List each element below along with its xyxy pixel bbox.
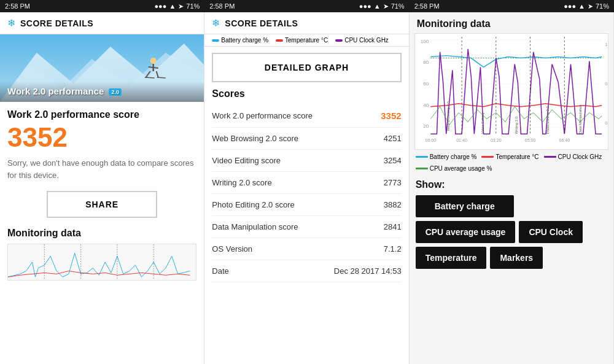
battery-2: 71%	[391, 2, 405, 10]
show-btn-temperature[interactable]: Temperature	[416, 247, 487, 269]
score-row-value: 3882	[377, 200, 402, 209]
score-row: Web Browsing 2.0 score4251	[212, 128, 401, 150]
score-row: DateDec 28 2017 14:53	[212, 260, 401, 282]
share-button[interactable]: SHARE	[47, 191, 157, 218]
hero-overlay: Work 2.0 performance 2.0	[0, 81, 204, 102]
chart-legend-battery-label: Battery charge %	[430, 153, 477, 160]
svg-text:60: 60	[423, 81, 429, 87]
chart-legend-temp-label: Temperature °C	[495, 153, 538, 160]
panel-1: ❄ SCORE DETAILS	[0, 12, 204, 364]
score-row-label: Photo Editing 2.0 score	[212, 200, 369, 209]
monitoring-title: Monitoring data	[417, 18, 606, 29]
chart-legend-row: Battery charge % Temperature °C CPU Cloc…	[410, 150, 613, 176]
temperature-dot	[276, 39, 283, 42]
score-label: Work 2.0 performance score	[7, 109, 196, 120]
score-row-label: OS Version	[212, 244, 369, 254]
legend-battery-charge: Battery charge %	[212, 37, 268, 44]
monitoring-label-p1: Monitoring data	[7, 228, 196, 239]
time-2: 2:58 PM	[209, 2, 235, 10]
chart-legend-cpu-clock: CPU Clock GHz	[544, 153, 602, 160]
score-row-value: 3254	[377, 156, 402, 165]
score-row-value: 7.1.2	[377, 244, 402, 254]
wifi-icon-2: ▲	[374, 2, 381, 10]
panel-3: Monitoring data 100 80 60 40 20 1.2GHz 0…	[410, 12, 614, 364]
chart-legend-battery: Battery charge %	[416, 153, 477, 160]
svg-text:06:40: 06:40	[559, 138, 570, 142]
time-1: 2:58 PM	[5, 2, 30, 10]
score-row-label: Date	[212, 266, 326, 276]
signal-icon-3: ●●●	[564, 2, 576, 10]
detailed-graph-button[interactable]: DETAILED GRAPH	[212, 53, 401, 82]
nav-icon-2: ➤	[383, 2, 389, 10]
signal-icon-1: ●●●	[154, 2, 166, 10]
scores-list: Work 2.0 performance score3352Web Browsi…	[212, 104, 401, 282]
svg-text:Video Editing: Video Editing	[480, 112, 484, 134]
hero-badge: 2.0	[109, 88, 122, 96]
cpu-clock-dot	[335, 39, 343, 42]
hero-image: Work 2.0 performance 2.0	[0, 34, 204, 102]
main-panels: ❄ SCORE DETAILS	[0, 12, 614, 364]
panel-1-title: SCORE DETAILS	[20, 18, 93, 28]
score-row-value: 3352	[377, 110, 402, 121]
status-bar-3: 2:58 PM ●●● ▲ ➤ 71%	[410, 0, 614, 12]
svg-text:Photo Editing 2.0: Photo Editing 2.0	[546, 106, 550, 134]
show-section: Show: Battery chargeCPU average usageCPU…	[410, 176, 613, 273]
chart-legend-cpu-avg-color	[416, 168, 428, 169]
panel-2-header: ❄ SCORE DETAILS	[204, 12, 408, 34]
score-row: Writing 2.0 score2773	[212, 172, 401, 194]
scores-section: Scores Work 2.0 performance score3352Web…	[204, 88, 408, 364]
svg-text:80: 80	[423, 60, 429, 66]
compare-text: Sorry, we don't have enough data to comp…	[7, 157, 196, 181]
show-buttons: Battery chargeCPU average usageCPU Clock…	[416, 195, 607, 269]
hero-title: Work 2.0 performance 2.0	[7, 86, 122, 96]
svg-text:Data Manipulation: Data Manipulation	[578, 104, 581, 134]
svg-line-9	[157, 77, 166, 78]
chart-legend-cpu-avg: CPU average usage %	[416, 165, 492, 172]
svg-text:0.8GHz: 0.8GHz	[605, 82, 608, 86]
scores-heading: Scores	[212, 88, 401, 99]
score-row-label: Writing 2.0 score	[212, 178, 369, 187]
chart-legend-cpu-avg-label: CPU average usage %	[430, 165, 492, 172]
show-btn-battery-charge[interactable]: Battery charge	[416, 195, 514, 217]
score-row-label: Video Editing score	[212, 156, 369, 165]
show-btn-cpu-clock[interactable]: CPU Clock	[519, 221, 583, 243]
panel-3-header: Monitoring data	[410, 12, 613, 33]
main-chart: 100 80 60 40 20 1.2GHz 0.8GHz 0.4GHz	[414, 33, 608, 150]
temperature-label: Temperature °C	[285, 37, 328, 44]
battery-3: 71%	[596, 2, 609, 10]
svg-text:00:00: 00:00	[425, 138, 436, 142]
score-row: Video Editing score3254	[212, 150, 401, 172]
mini-chart	[7, 244, 196, 281]
show-label: Show:	[416, 179, 607, 190]
score-row: Data Manipulation score2841	[212, 216, 401, 238]
score-row-label: Data Manipulation score	[212, 222, 369, 231]
status-bars: 2:58 PM ●●● ▲ ➤ 71% 2:58 PM ●●● ▲ ➤ 71% …	[0, 0, 614, 12]
show-btn-markers[interactable]: Markers	[490, 247, 543, 269]
show-btn-cpu-average-usage[interactable]: CPU average usage	[416, 221, 516, 243]
panel-1-content: Work 2.0 performance score 3352 Sorry, w…	[0, 102, 204, 364]
svg-text:03:20: 03:20	[491, 138, 502, 142]
svg-text:100: 100	[420, 39, 429, 44]
battery-1: 71%	[186, 2, 200, 10]
score-row: Photo Editing 2.0 score3882	[212, 194, 401, 216]
score-row: OS Version7.1.2	[212, 238, 401, 260]
chart-legend-cpu-clock-label: CPU Clock GHz	[558, 153, 602, 160]
score-row-value: 2773	[377, 178, 402, 187]
panel-2: ❄ SCORE DETAILS Battery charge % Tempera…	[204, 12, 409, 364]
svg-text:01:40: 01:40	[456, 138, 467, 142]
chart-legend-temp-color	[481, 156, 494, 158]
score-row-value: Dec 28 2017 14:53	[334, 266, 402, 276]
chart-legend-temp: Temperature °C	[481, 153, 538, 160]
wifi-icon-3: ▲	[578, 2, 585, 10]
time-3: 2:58 PM	[414, 2, 440, 10]
wifi-icon-1: ▲	[169, 2, 176, 10]
svg-text:40: 40	[423, 103, 429, 108]
signal-icon-2: ●●●	[359, 2, 371, 10]
score-row-label: Web Browsing 2.0 score	[212, 134, 369, 143]
snowflake-icon-1: ❄	[7, 17, 15, 29]
nav-icon-3: ➤	[588, 2, 593, 10]
status-bar-2: 2:58 PM ●●● ▲ ➤ 71%	[204, 0, 409, 12]
panel-2-title: SCORE DETAILS	[225, 18, 298, 28]
svg-line-8	[145, 77, 155, 78]
legend-temperature: Temperature °C	[276, 37, 328, 44]
